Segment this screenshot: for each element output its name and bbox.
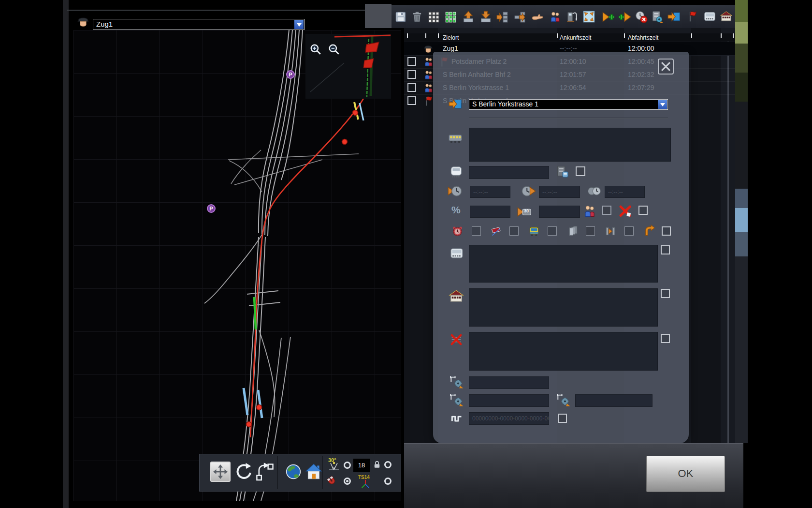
guid-value: 00000000-0000-0000-0000-0000 [472,415,549,422]
row-name: Zug1 [443,45,458,52]
ok-button[interactable]: OK [646,456,725,492]
fuel-icon[interactable] [565,10,578,23]
route-highlight [244,98,364,437]
row-checkbox[interactable] [407,70,416,79]
dwell-time-icon [587,184,601,198]
insert-row-icon[interactable] [496,11,509,23]
rotate-tool-button[interactable] [233,462,254,482]
train-select-value: Zug1 [96,20,113,28]
magnet-snap-icon [326,476,338,487]
measure-settings-icon [450,393,464,406]
train-info-icon[interactable] [703,10,716,23]
column-tick [425,33,426,38]
copy-checkbox[interactable] [586,226,595,236]
measure-input-2[interactable] [469,394,549,407]
speed-input[interactable] [539,206,580,218]
row-checkbox[interactable] [407,96,416,105]
column-header-zielort[interactable]: Zielort [443,34,459,41]
task-settings-icon[interactable] [651,10,664,23]
close-button[interactable] [658,59,674,75]
chevron-down-icon[interactable] [294,20,304,29]
destination-dropdown[interactable]: S Berlin Yorkstrasse 1 [469,99,668,110]
goto-destination-icon[interactable] [667,10,681,23]
locomotive-checkbox[interactable] [548,226,557,236]
grid-green-icon[interactable] [444,11,457,23]
return-checkbox[interactable] [662,226,671,236]
lock-radio[interactable] [384,461,392,468]
angle-snap-radio[interactable] [344,462,351,469]
route-waypoint-dots[interactable] [246,110,358,427]
loco-doc-icon[interactable] [556,165,569,179]
map-toolbar: 30° 18 TS14 [199,454,401,492]
consist-panel[interactable] [469,128,671,162]
train-select-dropdown[interactable]: Zug1 [93,19,304,30]
board-checkbox[interactable] [602,206,611,215]
row-arrival: --:--:-- [560,45,577,52]
column-tick [557,33,558,38]
add-stop-before-icon[interactable] [602,10,615,24]
chevron-down-icon[interactable] [658,100,667,109]
guid-input[interactable]: 00000000-0000-0000-0000-0000 [469,412,549,425]
locomotive-icon [528,225,540,238]
column-header-ankunftszeit[interactable]: Ankunftszeit [560,34,591,41]
dwell-time-input[interactable]: --:--:-- [605,186,645,198]
column-header-abfahrtszeit[interactable]: Abfahrtszeit [628,34,658,41]
move-node-tool-button[interactable] [255,462,275,482]
driver-icon [76,15,90,29]
remove-list-panel[interactable] [469,332,658,371]
measure-input-1[interactable] [469,376,549,389]
flag-icon[interactable] [687,10,699,23]
arrival-time-input[interactable]: --:--:-- [470,186,510,198]
world-dark-foliage [735,44,748,73]
hand-pointer-icon[interactable] [531,11,544,23]
alarm-checkbox[interactable] [472,226,481,236]
speed-limit-badge: 30 [524,209,529,213]
platform-train-icon [450,246,464,261]
passengers-icon[interactable] [549,10,562,23]
row-checkbox[interactable] [407,57,416,66]
depot-icon [449,289,464,304]
export-down-icon[interactable] [479,10,493,24]
delete-icon[interactable] [411,11,423,23]
extract-row-icon[interactable] [514,11,526,23]
magnet-snap-radio[interactable] [344,478,351,485]
skip-checkbox[interactable] [624,226,634,236]
zoom-level-display[interactable]: 18 [353,459,370,472]
zoom-in-icon[interactable] [309,43,322,56]
measure-input-3[interactable] [575,394,652,407]
performance-input[interactable] [470,206,510,218]
guid-checkbox[interactable] [558,414,567,423]
remove-checkbox[interactable] [661,334,670,343]
parking-marker-label: P [209,206,213,211]
add-stop-after-icon[interactable] [618,10,631,24]
parking-marker[interactable]: P [207,204,216,213]
cancel-checkbox[interactable] [638,206,648,215]
world-sky [735,208,748,232]
extra-radio[interactable] [384,478,392,485]
home-button[interactable] [304,463,323,480]
globe-button[interactable] [285,463,302,480]
driver-icon [422,43,434,55]
track-map-canvas[interactable] [73,30,401,501]
row-checkbox[interactable] [407,83,416,92]
platform-checkbox[interactable] [661,245,670,254]
clear-times-icon[interactable] [635,10,648,23]
depot-list-panel[interactable] [469,288,658,327]
depot-icon[interactable] [720,10,733,23]
service-name-input[interactable] [469,166,549,179]
departure-time-input[interactable]: --:--:-- [539,186,580,198]
depot-checkbox[interactable] [661,289,670,298]
save-icon[interactable] [394,11,407,23]
platform-list-panel[interactable] [469,245,658,283]
pan-tool-button[interactable] [210,462,231,482]
board-passengers-icon [583,204,597,218]
left-frame-strip [63,0,69,508]
parking-marker[interactable]: P [286,70,295,79]
grid-white-icon[interactable] [427,11,440,23]
loco-front-icon [449,165,464,179]
mirror-checkbox[interactable] [509,226,519,236]
collapse-arrows-icon[interactable] [582,10,595,23]
zoom-out-icon[interactable] [328,43,340,56]
loco-checkbox[interactable] [576,166,585,176]
import-up-icon[interactable] [462,10,475,24]
